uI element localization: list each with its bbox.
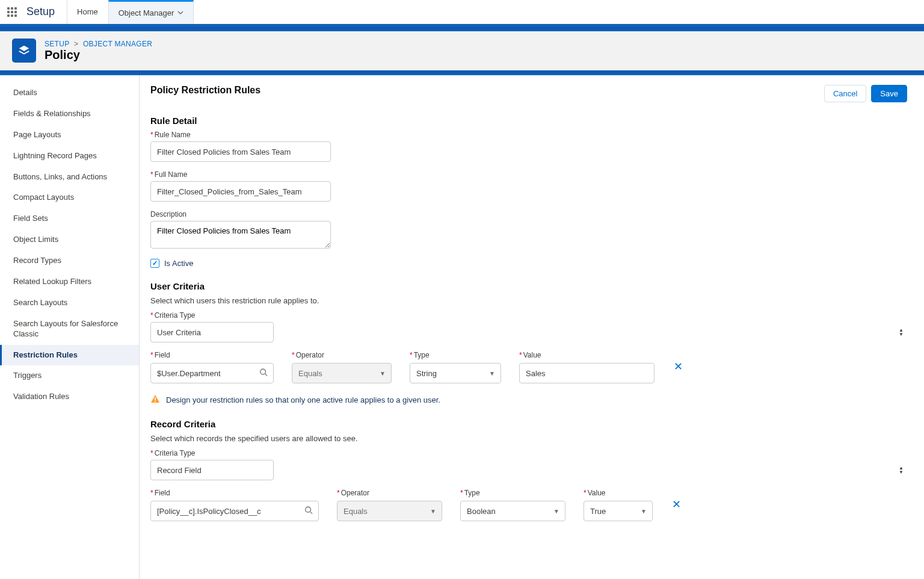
remove-row-button[interactable]: ✕ xyxy=(673,356,684,377)
tab-label: Object Manager xyxy=(119,8,174,17)
description-label: Description xyxy=(150,210,907,218)
caret-down-icon: ▼ xyxy=(553,508,559,515)
uc-value-input[interactable] xyxy=(519,363,654,383)
sidebar-item-search-layouts-for-salesforce-classic[interactable]: Search Layouts for Salesforce Classic xyxy=(0,314,139,345)
caret-down-icon: ▼ xyxy=(430,508,436,515)
warning-text: Design your restriction rules so that on… xyxy=(166,395,440,404)
section-rule-detail: Rule Detail xyxy=(150,116,907,126)
search-icon xyxy=(259,368,268,379)
rc-operator-label: Operator xyxy=(337,489,442,497)
is-active-label: Is Active xyxy=(164,259,193,268)
uc-type-select[interactable] xyxy=(410,363,501,383)
caret-down-icon: ▼ xyxy=(641,508,647,515)
sidebar-item-related-lookup-filters[interactable]: Related Lookup Filters xyxy=(0,271,139,293)
rc-criteria-type-label: Criteria Type xyxy=(150,449,907,457)
cancel-button[interactable]: Cancel xyxy=(824,85,866,102)
sidebar-item-restriction-rules[interactable]: Restriction Rules xyxy=(0,345,139,366)
remove-row-button[interactable]: ✕ xyxy=(671,494,682,515)
sidebar-item-record-types[interactable]: Record Types xyxy=(0,250,139,271)
record-criteria-sub: Select which records the specified users… xyxy=(150,434,907,443)
uc-field-input[interactable] xyxy=(150,363,274,383)
sidebar: DetailsFields & RelationshipsPage Layout… xyxy=(0,75,140,579)
section-user-criteria: User Criteria xyxy=(150,281,907,291)
top-bar: Setup Home Object Manager xyxy=(0,0,924,24)
banner-strip xyxy=(0,24,924,31)
svg-point-4 xyxy=(306,507,311,512)
chevron-down-icon xyxy=(177,8,183,17)
svg-rect-2 xyxy=(155,397,156,400)
caret-down-icon: ▼ xyxy=(489,370,495,377)
sidebar-item-fields-relationships[interactable]: Fields & Relationships xyxy=(0,104,139,125)
svg-line-5 xyxy=(310,512,313,514)
rc-field-input[interactable] xyxy=(150,501,319,521)
main-content: Policy Restriction Rules Cancel Save Rul… xyxy=(140,75,924,579)
full-name-input[interactable] xyxy=(150,181,331,202)
tab-object-manager[interactable]: Object Manager xyxy=(108,0,194,23)
sidebar-item-search-layouts[interactable]: Search Layouts xyxy=(0,293,139,314)
description-input[interactable] xyxy=(150,221,331,249)
uc-operator-label: Operator xyxy=(292,351,392,359)
rc-value-label: Value xyxy=(584,489,653,497)
button-row: Cancel Save xyxy=(824,85,907,102)
rc-type-label: Type xyxy=(460,489,565,497)
rule-name-label: Rule Name xyxy=(150,131,907,139)
tab-home[interactable]: Home xyxy=(67,0,108,23)
app-name: Setup xyxy=(24,0,67,23)
main-title: Policy Restriction Rules xyxy=(150,85,260,96)
search-icon xyxy=(304,506,313,516)
sidebar-item-object-limits[interactable]: Object Limits xyxy=(0,229,139,250)
svg-line-1 xyxy=(265,374,268,376)
sidebar-item-buttons-links-and-actions[interactable]: Buttons, Links, and Actions xyxy=(0,167,139,188)
uc-value-label: Value xyxy=(519,351,654,359)
breadcrumb: SETUP > OBJECT MANAGER xyxy=(45,40,152,48)
stepper-icon: ▲▼ xyxy=(899,466,904,474)
sidebar-item-details[interactable]: Details xyxy=(0,82,139,104)
section-record-criteria: Record Criteria xyxy=(150,419,907,429)
uc-field-label: Field xyxy=(150,351,274,359)
app-launcher-button[interactable] xyxy=(0,7,24,17)
stepper-icon: ▲▼ xyxy=(899,328,904,336)
rc-field-label: Field xyxy=(150,489,319,497)
warning-icon xyxy=(150,394,160,406)
sidebar-item-lightning-record-pages[interactable]: Lightning Record Pages xyxy=(0,146,139,167)
sidebar-item-page-layouts[interactable]: Page Layouts xyxy=(0,125,139,146)
breadcrumb-separator: > xyxy=(74,40,78,48)
sidebar-item-validation-rules[interactable]: Validation Rules xyxy=(0,386,139,407)
tab-label: Home xyxy=(77,7,98,16)
rc-type-select[interactable] xyxy=(460,501,565,521)
breadcrumb-object-manager[interactable]: OBJECT MANAGER xyxy=(83,40,152,48)
uc-operator-select[interactable] xyxy=(292,363,392,383)
is-active-checkbox[interactable] xyxy=(150,259,159,268)
waffle-icon xyxy=(7,7,17,17)
svg-point-0 xyxy=(260,369,266,374)
object-icon xyxy=(12,39,36,63)
save-button[interactable]: Save xyxy=(871,85,907,102)
rule-name-input[interactable] xyxy=(150,141,331,162)
sidebar-item-triggers[interactable]: Triggers xyxy=(0,365,139,386)
layers-icon xyxy=(17,44,31,57)
caret-down-icon: ▼ xyxy=(380,370,386,377)
user-criteria-sub: Select which users this restriction rule… xyxy=(150,296,907,305)
uc-criteria-type-select[interactable] xyxy=(150,322,274,342)
page-header: SETUP > OBJECT MANAGER Policy xyxy=(0,31,924,70)
breadcrumb-setup[interactable]: SETUP xyxy=(45,40,69,48)
rc-operator-select[interactable] xyxy=(337,501,442,521)
page-title: Policy xyxy=(45,48,152,62)
uc-type-label: Type xyxy=(410,351,501,359)
sidebar-item-field-sets[interactable]: Field Sets xyxy=(0,208,139,229)
rc-criteria-type-select[interactable] xyxy=(150,460,274,480)
banner-strip-thin xyxy=(0,70,924,75)
full-name-label: Full Name xyxy=(150,170,907,179)
svg-rect-3 xyxy=(155,401,156,402)
uc-criteria-type-label: Criteria Type xyxy=(150,311,907,320)
sidebar-item-compact-layouts[interactable]: Compact Layouts xyxy=(0,187,139,208)
